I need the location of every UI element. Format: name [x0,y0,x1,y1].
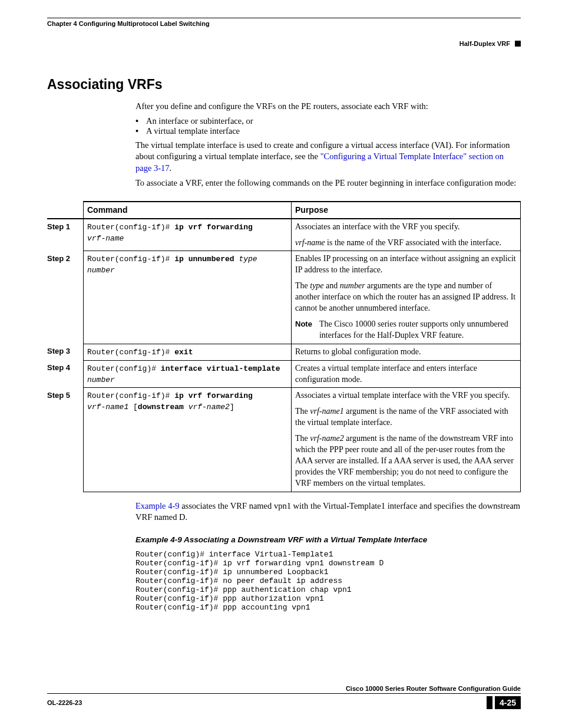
cmd-keyword: interface virtual-template [161,364,280,373]
doc-id: OL-2226-23 [47,699,82,706]
cmd-prefix: Router(config-if)# [87,223,174,232]
cmd-arg: number [87,375,115,384]
note-label: Note [295,319,312,341]
cmd-arg: vrf-name [87,234,124,243]
page-footer: Cisco 10000 Series Router Software Confi… [47,685,521,709]
cmd-prefix: Router(config)# [87,364,161,373]
note-text: The Cisco 10000 series router supports o… [319,319,517,341]
command-cell: Router(config-if)# ip vrf forwardingvrf-… [84,219,292,251]
purpose-text: The vrf-name1 argument is the name of th… [295,406,517,429]
text-span: The [295,281,310,290]
header-right: Half-Duplex VRF [459,40,521,47]
purpose-cell: Associates an interface with the VRF you… [292,219,521,251]
paragraph: The virtual template interface is used t… [135,140,521,174]
step-header [47,202,84,219]
chapter-label: Chapter 4 Configuring Multiprotocol Labe… [47,20,210,27]
paragraph: To associate a VRF, enter the following … [135,177,521,189]
header-marker-icon [515,41,521,47]
cmd-keyword: exit [174,348,193,357]
note-block: Note The Cisco 10000 series router suppo… [295,319,517,341]
code-block: Router(config)# interface Virtual-Templa… [135,550,521,612]
cmd-arg: vrf-name1 [87,403,128,411]
example-title: Example 4-9 Associating a Downstream VRF… [135,535,521,544]
text-span: . [170,163,172,173]
step-label: Step 3 [47,344,84,360]
purpose-text: The vrf-name2 argument is the name of th… [295,433,517,489]
arg-name: vrf-name [295,238,325,247]
text-span: is the name of the VRF associated with t… [325,238,502,247]
book-title: Cisco 10000 Series Router Software Confi… [47,685,521,692]
purpose-text: Enables IP processing on an interface wi… [295,253,517,276]
bullet-list: An interface or subinterface, or A virtu… [135,116,521,136]
purpose-text: The type and number arguments are the ty… [295,281,517,314]
arg-name: vrf-name1 [310,407,344,416]
cmd-prefix: Router(config-if)# [87,255,174,263]
arg-name: type [310,281,323,290]
step-label: Step 2 [47,251,84,344]
table-row: Step 2 Router(config-if)# ip unnumbered … [47,251,521,344]
intro-paragraph: After you define and configure the VRFs … [135,101,521,113]
cmd-arg: vrf-name2 [189,403,230,411]
cmd-prefix: Router(config-if)# [87,348,174,357]
step-label: Step 5 [47,388,84,492]
page-number: 4-25 [495,696,521,709]
top-rule [47,18,521,18]
purpose-cell: Returns to global configuration mode. [292,344,521,360]
command-cell: Router(config-if)# ip vrf forwardingvrf-… [84,388,292,492]
purpose-cell: Associates a virtual template interface … [292,388,521,492]
purpose-text: Associates a virtual template interface … [295,390,517,401]
cmd-keyword: ip vrf forwarding [174,223,253,232]
after-table-block: Example 4-9 associates the VRF named vpn… [135,500,521,612]
purpose-text: vrf-name is the name of the VRF associat… [295,238,517,249]
purpose-cell: Creates a virtual template interface and… [292,360,521,388]
intro-block: After you define and configure the VRFs … [135,101,521,189]
command-cell: Router(config-if)# exit [84,344,292,360]
text-span: The [295,434,310,443]
cmd-keyword: downstream [138,403,184,411]
table-row: Step 5 Router(config-if)# ip vrf forward… [47,388,521,492]
purpose-text: Associates an interface with the VRF you… [295,222,517,233]
step-label: Step 1 [47,219,84,251]
text-span: and [324,281,340,290]
page-header: Chapter 4 Configuring Multiprotocol Labe… [47,20,521,27]
purpose-header: Purpose [292,202,521,219]
list-item: An interface or subinterface, or [146,116,521,126]
table-row: Step 3 Router(config-if)# exit Returns t… [47,344,521,360]
command-cell: Router(config-if)# ip unnumbered type nu… [84,251,292,344]
table-row: Step 4 Router(config)# interface virtual… [47,360,521,388]
xref-link[interactable]: Example 4-9 [135,501,180,510]
cmd-keyword: ip vrf forwarding [174,391,253,400]
list-item: A virtual template interface [146,126,521,136]
text-span: associates the VRF named vpn1 with the V… [135,501,520,522]
footer-rule [47,693,521,694]
table-row: Step 1 Router(config-if)# ip vrf forward… [47,219,521,251]
cmd-prefix: Router(config-if)# [87,391,174,400]
cmd-keyword: ip unnumbered [174,255,234,263]
arg-name: vrf-name2 [310,434,344,443]
text-span: The [295,407,310,416]
command-header: Command [84,202,292,219]
badge-marker-icon [487,696,492,709]
arg-name: number [340,281,365,290]
command-table: Command Purpose Step 1 Router(config-if)… [47,201,521,492]
step-label: Step 4 [47,360,84,388]
page-number-badge: 4-25 [487,696,521,709]
paragraph: Example 4-9 associates the VRF named vpn… [135,500,521,523]
command-cell: Router(config)# interface virtual-templa… [84,360,292,388]
purpose-cell: Enables IP processing on an interface wi… [292,251,521,344]
section-heading: Associating VRFs [47,77,521,93]
section-label: Half-Duplex VRF [459,40,510,47]
